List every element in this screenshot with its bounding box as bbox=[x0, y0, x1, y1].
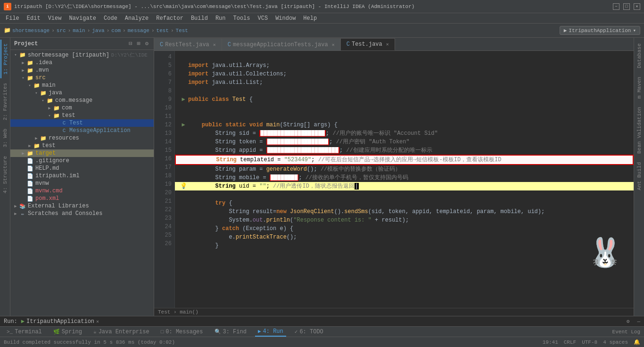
run-close[interactable]: ✕ bbox=[96, 319, 99, 324]
gutter-9: ▶ bbox=[179, 95, 188, 104]
tree-item-test-folder[interactable]: ▾ 📁 test bbox=[10, 112, 154, 119]
ln6: 6 bbox=[154, 70, 172, 78]
tree-item-target[interactable]: ▶ 📁 target bbox=[10, 149, 154, 157]
ln18: 18 bbox=[154, 172, 172, 180]
menu-item-edit[interactable]: Edit bbox=[23, 14, 44, 23]
line-content-9: public class Test { bbox=[188, 95, 630, 104]
tree-item-com[interactable]: ▶ 📁 com bbox=[10, 104, 154, 112]
tree-item-iml[interactable]: 📄 itripauth.iml bbox=[10, 172, 154, 180]
tree-item-resources[interactable]: ▶ 📁 resources bbox=[10, 134, 154, 142]
run-collapse-icon[interactable]: — bbox=[637, 319, 640, 324]
left-vtab-web[interactable]: 3: Web bbox=[1, 125, 9, 151]
tree-label: test bbox=[42, 142, 56, 149]
nav-main[interactable]: main bbox=[73, 28, 85, 33]
status-bar: Build completed successfully in 5 s 836 … bbox=[0, 337, 644, 347]
menu-item-analyze[interactable]: Analyze bbox=[121, 14, 152, 23]
run-config-active[interactable]: ▶ ItripauthApplication ✕ bbox=[21, 318, 99, 325]
tab-close[interactable]: ✕ bbox=[213, 42, 216, 48]
nav-message[interactable]: message bbox=[128, 28, 149, 33]
tree-item-shortmessage[interactable]: ▾ 📁 shortmessage [itripauth] D:\Y2\仁\IDE bbox=[10, 51, 154, 59]
bottom-tab-todo[interactable]: ✓ 6: TODO bbox=[292, 328, 326, 336]
left-vtab-project[interactable]: 1: Project bbox=[0, 40, 10, 78]
sidebar-settings-btn[interactable]: ⚙ bbox=[144, 40, 150, 48]
run-settings-icon[interactable]: ⚙ bbox=[627, 318, 630, 324]
right-tab-antbuild[interactable]: Ant Build bbox=[635, 158, 644, 194]
tree-item-extlibs[interactable]: ▶ 📚 External Libraries bbox=[10, 202, 154, 210]
nav-shortmessage[interactable]: shortmessage bbox=[12, 28, 50, 33]
menu-item-code[interactable]: Code bbox=[100, 14, 121, 23]
tree-item-idea[interactable]: ▶ 📁 .idea bbox=[10, 59, 154, 66]
tree-item-pomxml[interactable]: 📄 pom.xml bbox=[10, 195, 154, 202]
ln11: 11 bbox=[154, 112, 172, 121]
line-content-14: String token = ██████████████████; //用户密… bbox=[188, 138, 630, 146]
tree-item-test-java[interactable]: C Test bbox=[10, 119, 154, 127]
tree-item-messageapp[interactable]: C MessageApplication bbox=[10, 127, 154, 134]
ln7: 7 bbox=[154, 78, 172, 87]
ln5: 5 bbox=[154, 61, 172, 70]
tree-item-main[interactable]: ▾ 📁 main bbox=[10, 82, 154, 89]
tab-messageapptests[interactable]: C messageApplicationTests.java ✕ bbox=[222, 38, 341, 50]
left-vtab-favorites[interactable]: 2: Favorites bbox=[1, 79, 9, 124]
tree-label: com.message bbox=[55, 97, 92, 104]
terminal-label: Terminal bbox=[15, 329, 42, 335]
window-controls[interactable]: − □ ✕ bbox=[613, 3, 640, 10]
run-config-selector[interactable]: ▶ ItripauthApplication ▾ bbox=[560, 26, 640, 35]
tab-close[interactable]: ✕ bbox=[332, 42, 335, 48]
event-log-btn[interactable]: Event Log bbox=[612, 329, 640, 335]
code-line-18: String mobile = ████████; //接收的单个手机号，暂仅支… bbox=[175, 174, 634, 182]
bottom-tab-javaenterprise[interactable]: ☕ Java Enterprise bbox=[91, 328, 152, 336]
notifications-icon[interactable]: 🔔 bbox=[634, 339, 640, 345]
nav-test[interactable]: test bbox=[157, 28, 169, 33]
menu-item-window[interactable]: Window bbox=[272, 14, 299, 23]
menu-item-help[interactable]: Help bbox=[299, 14, 321, 23]
close-button[interactable]: ✕ bbox=[634, 3, 640, 10]
tree-item-mvnw[interactable]: 📄 mvnw bbox=[10, 180, 154, 187]
nav-com[interactable]: com bbox=[111, 28, 121, 33]
minimize-button[interactable]: − bbox=[613, 3, 619, 10]
menu-item-run[interactable]: Run bbox=[212, 14, 230, 23]
code-editor[interactable]: 4 5 6 7 8 9 10 11 12 13 14 15 16 17 18 1… bbox=[154, 51, 634, 308]
right-tab-database[interactable]: Database bbox=[635, 40, 644, 72]
right-tab-beanvalidation[interactable]: Bean Validation bbox=[635, 103, 644, 157]
code-line-14: String token = ██████████████████; //用户密… bbox=[175, 138, 634, 146]
tree-item-java[interactable]: ▾ 📁 java bbox=[10, 89, 154, 97]
gutter-24 bbox=[179, 224, 188, 233]
tree-item-helpmd[interactable]: 📄 HELP.md bbox=[10, 165, 154, 172]
tree-item-mvn[interactable]: ▶ 📁 .mvn bbox=[10, 66, 154, 74]
tree-item-commessage[interactable]: ▾ 📁 com.message bbox=[10, 97, 154, 104]
tab-close[interactable]: ✕ bbox=[386, 41, 389, 47]
nav-test-class[interactable]: Test bbox=[176, 28, 188, 33]
bottom-tab-find[interactable]: 🔍 3: Find bbox=[212, 328, 249, 336]
menu-item-refactor[interactable]: Refactor bbox=[152, 14, 187, 23]
nav-src[interactable]: src bbox=[57, 28, 66, 33]
menu-item-file[interactable]: File bbox=[2, 14, 23, 23]
tree-item-src-test[interactable]: ▶ 📁 test bbox=[10, 142, 154, 149]
left-vtab-structure[interactable]: 4: Structure bbox=[1, 152, 9, 197]
code-area[interactable]: import java.util.Arrays; import java.uti… bbox=[175, 51, 634, 308]
app-icon: i bbox=[4, 3, 11, 10]
nav-java[interactable]: java bbox=[92, 28, 104, 33]
menu-item-build[interactable]: Build bbox=[187, 14, 212, 23]
menu-item-navigate[interactable]: Navigate bbox=[65, 14, 100, 23]
tree-item-scratches[interactable]: ▶ ✏️ Scratches and Consoles bbox=[10, 210, 154, 217]
tab-resttest[interactable]: C RestTest.java ✕ bbox=[154, 38, 222, 50]
tree-item-src[interactable]: ▾ 📁 src bbox=[10, 74, 154, 82]
bottom-tab-messages[interactable]: □ 0: Messages bbox=[158, 328, 206, 336]
tree-item-mvnwcmd[interactable]: 📄 mvnw.cmd bbox=[10, 187, 154, 195]
menu-item-view[interactable]: View bbox=[44, 14, 66, 23]
menu-item-tools[interactable]: Tools bbox=[230, 14, 254, 23]
tree-item-gitignore[interactable]: 📄 .gitignore bbox=[10, 157, 154, 165]
right-tab-maven[interactable]: m Maven bbox=[635, 73, 644, 102]
line-content-8 bbox=[188, 87, 630, 95]
bottom-tab-spring[interactable]: 🌿 Spring bbox=[50, 328, 85, 336]
menu-item-vcs[interactable]: VCS bbox=[254, 14, 272, 23]
tree-label: resources bbox=[49, 135, 79, 141]
ln24: 24 bbox=[154, 223, 172, 231]
bottom-tab-run[interactable]: ▶ 4: Run bbox=[255, 327, 286, 337]
code-line-11 bbox=[175, 112, 634, 121]
sidebar-collapse-btn[interactable]: ⊟ bbox=[127, 40, 133, 48]
bottom-tab-terminal[interactable]: >_ Terminal bbox=[4, 328, 45, 336]
tab-test[interactable]: C Test.java ✕ bbox=[341, 38, 395, 50]
maximize-button[interactable]: □ bbox=[623, 3, 630, 10]
sidebar-expand-btn[interactable]: ⊞ bbox=[136, 40, 142, 48]
